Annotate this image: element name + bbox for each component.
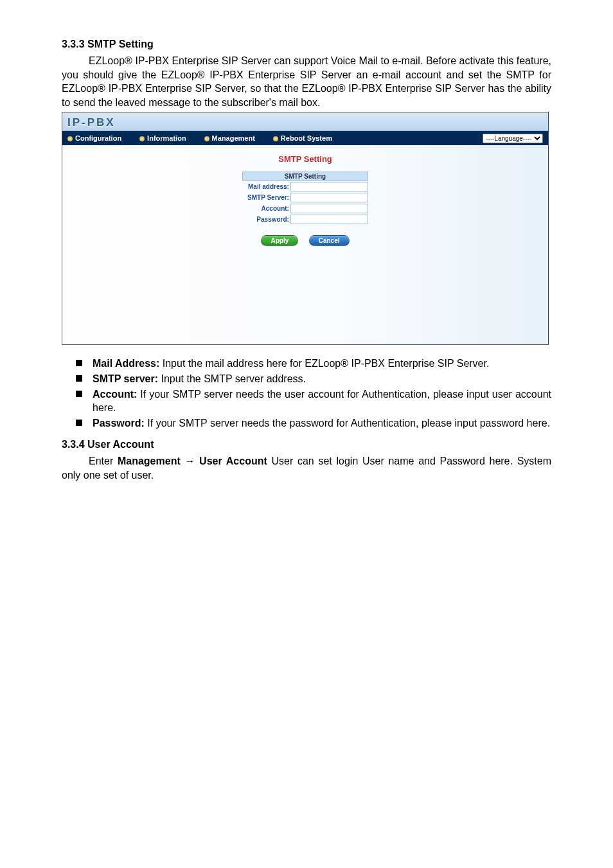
ip-pbx-screenshot: IP-PBX Configuration Information Managem… [62, 112, 549, 345]
bullet-bold: SMTP server: [93, 373, 158, 384]
screenshot-nav: Configuration Information Management Reb… [62, 131, 548, 145]
bullet-icon [67, 136, 73, 141]
apply-button[interactable]: Apply [261, 235, 298, 246]
table-header: SMTP Setting [242, 172, 368, 181]
panel-title: SMTP Setting [62, 145, 548, 164]
label-smtp-server: SMTP Server: [242, 192, 290, 203]
cancel-button[interactable]: Cancel [309, 235, 350, 246]
nav-label: Information [147, 134, 186, 142]
label-account: Account: [242, 203, 290, 214]
bullet-text: Input the SMTP server address. [158, 373, 306, 384]
paragraph-333: EZLoop® IP-PBX Enterprise SIP Server can… [62, 54, 551, 109]
paragraph-334: Enter Management → User Account User can… [62, 454, 551, 482]
bullet-text: Input the mail address here for EZLoop® … [159, 358, 489, 369]
label-mail-address: Mail address: [242, 181, 290, 193]
para-334-pre: Enter [89, 456, 118, 466]
bullet-bold: Password: [93, 418, 145, 429]
button-row: Apply Cancel [62, 234, 548, 246]
smtp-table: SMTP Setting Mail address: SMTP Server: … [242, 172, 369, 225]
nav-information[interactable]: Information [139, 134, 186, 142]
heading-334: 3.3.4 User Account [62, 439, 551, 450]
label-password: Password: [242, 214, 290, 225]
screenshot-body: SMTP Setting SMTP Setting Mail address: … [62, 145, 548, 344]
list-item: Account: If your SMTP server needs the u… [76, 387, 551, 415]
input-mail-address[interactable] [290, 182, 368, 191]
bullet-icon [273, 136, 278, 141]
para-334-bold: Management → User Account [118, 456, 267, 466]
bullet-text: If your SMTP server needs the user accou… [93, 389, 551, 414]
nav-label: Management [212, 134, 255, 142]
bullet-text: If your SMTP server needs the password f… [145, 418, 550, 429]
nav-label: Configuration [75, 134, 121, 142]
list-item: Mail Address: Input the mail address her… [76, 357, 551, 371]
nav-reboot-system[interactable]: Reboot System [273, 134, 332, 142]
bullet-icon [204, 136, 209, 141]
input-password[interactable] [290, 215, 368, 224]
bullet-bold: Mail Address: [93, 358, 159, 369]
input-smtp-server[interactable] [290, 193, 368, 202]
screenshot-header: IP-PBX [62, 112, 548, 131]
nav-management[interactable]: Management [204, 134, 255, 142]
heading-333: 3.3.3 SMTP Setting [62, 39, 551, 50]
language-select[interactable]: ----Language---- [483, 134, 543, 143]
logo-text: IP-PBX [67, 116, 116, 130]
list-item: SMTP server: Input the SMTP server addre… [76, 372, 551, 386]
bullet-icon [139, 136, 145, 141]
field-description-list: Mail Address: Input the mail address her… [62, 357, 551, 430]
list-item: Password: If your SMTP server needs the … [76, 416, 551, 430]
input-account[interactable] [290, 204, 368, 213]
bullet-bold: Account: [93, 389, 137, 400]
nav-configuration[interactable]: Configuration [67, 134, 121, 142]
nav-label: Reboot System [281, 134, 332, 142]
